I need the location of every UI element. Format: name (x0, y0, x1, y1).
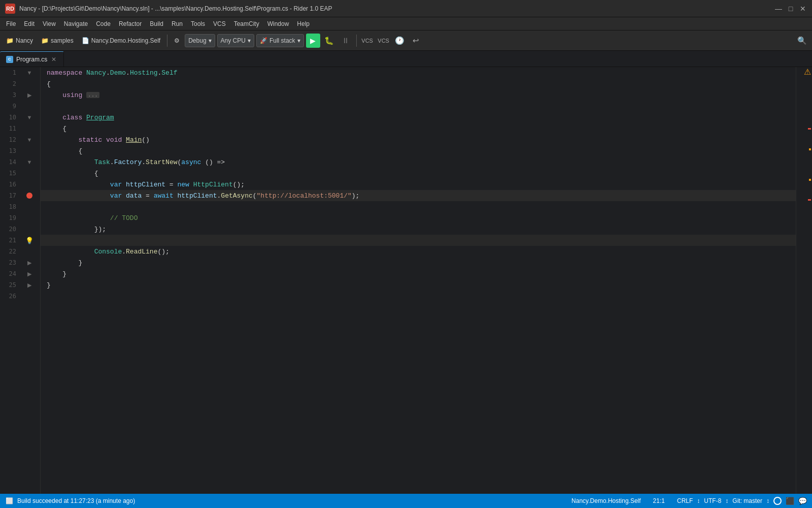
gutter-row-21: 21 💡 (0, 235, 40, 246)
gutter-icon-17[interactable] (20, 193, 39, 199)
breakpoint-dot-17[interactable] (26, 193, 32, 199)
line-num-16: 16 (0, 181, 20, 188)
file-icon: 📄 (82, 37, 89, 44)
debug-dropdown-arrow: ▾ (209, 37, 212, 44)
build-icon: ⬜ (5, 497, 13, 505)
gutter-row-23: 23 ▶ (0, 257, 40, 268)
vcs-icon-2: VCS (378, 38, 389, 44)
code-line-2: { (41, 78, 796, 89)
menu-tools[interactable]: Tools (187, 19, 209, 28)
clock-icon: 🕐 (395, 36, 404, 45)
line-num-22: 22 (0, 248, 20, 255)
line-num-24: 24 (0, 270, 20, 277)
line-num-21: 21 (0, 237, 20, 244)
menu-file[interactable]: File (2, 19, 20, 28)
debug-button[interactable]: 🐛 (322, 34, 336, 48)
gutter-icon-23[interactable]: ▶ (20, 260, 39, 266)
code-line-23: } (41, 257, 796, 268)
tab-file-icon: C (6, 56, 13, 63)
code-line-22: Console.ReadLine(); (41, 246, 796, 257)
code-line-3: using ... (41, 89, 796, 101)
gutter-icon-10[interactable]: ▼ (20, 114, 39, 120)
menu-build[interactable]: Build (146, 19, 167, 28)
vcs-button-1[interactable]: VCS (360, 34, 375, 48)
menu-window[interactable]: Window (263, 19, 293, 28)
debug-dropdown[interactable]: Debug ▾ (185, 34, 215, 47)
encoding[interactable]: UTF-8 (704, 497, 721, 504)
code-line-1: namespace Nancy.Demo.Hosting.Self (41, 67, 796, 78)
play-icon: ▶ (310, 37, 316, 45)
menu-vcs[interactable]: VCS (209, 19, 230, 28)
platform-label: Any CPU (221, 37, 246, 44)
menu-view[interactable]: View (39, 19, 60, 28)
status-chat-icon[interactable]: 💬 (798, 497, 807, 505)
nav-nancy[interactable]: 📁 Nancy (3, 34, 36, 48)
run-config-icon-btn[interactable]: ⚙ (171, 34, 183, 48)
gutter-icon-12[interactable]: ▼ (20, 137, 39, 143)
menu-code[interactable]: Code (92, 19, 115, 28)
gutter-row-26: 26 (0, 291, 40, 302)
search-button[interactable]: 🔍 (795, 34, 809, 48)
menu-refactor[interactable]: Refactor (115, 19, 146, 28)
menu-teamcity[interactable]: TeamCity (230, 19, 263, 28)
gutter-icon-1[interactable]: ▼ (20, 70, 39, 76)
line-num-18: 18 (0, 203, 20, 210)
nav-project[interactable]: 📄 Nancy.Demo.Hosting.Self (79, 34, 164, 48)
gutter-row-12: 12 ▼ (0, 134, 40, 145)
gutter-icon-25[interactable]: ▶ (20, 282, 39, 289)
close-button[interactable]: ✕ (799, 5, 807, 13)
line-ending[interactable]: CRLF (677, 497, 693, 504)
encoding-down-icon-2: ↕ (725, 497, 728, 504)
runconfig-dropdown[interactable]: 🚀 Full stack ▾ (256, 34, 304, 47)
gutter-icon-3[interactable]: ▶ (20, 92, 39, 99)
gutter-icon-14[interactable]: ▼ (20, 159, 39, 165)
code-line-20: }); (41, 224, 796, 235)
gutter-row-19: 19 (0, 212, 40, 224)
menu-help[interactable]: Help (293, 19, 314, 28)
minimize-button[interactable]: — (774, 5, 783, 13)
code-area[interactable]: namespace Nancy.Demo.Hosting.Self { usin… (41, 67, 796, 494)
gutter-row-18: 18 (0, 201, 40, 212)
debug-label: Debug (188, 37, 206, 44)
pause-button[interactable]: ⏸ (339, 34, 353, 48)
run-config-icon: ⚙ (174, 37, 180, 44)
line-num-12: 12 (0, 136, 20, 143)
project-name: Nancy.Demo.Hosting.Self (571, 497, 641, 504)
gutter-row-20: 20 (0, 224, 40, 235)
status-split-icon[interactable]: ⬛ (786, 497, 794, 505)
gutter-row-1: 1 ▼ (0, 67, 40, 78)
gutter-icon-21[interactable]: 💡 (20, 237, 39, 244)
toolbar: 📁 Nancy 📁 samples 📄 Nancy.Demo.Hosting.S… (0, 30, 812, 51)
undo-button[interactable]: ↩ (409, 34, 423, 48)
platform-dropdown[interactable]: Any CPU ▾ (217, 34, 254, 47)
nav-samples[interactable]: 📁 samples (38, 34, 77, 48)
minimap[interactable]: ⚠ (796, 67, 812, 494)
tab-close-button[interactable]: ✕ (50, 56, 57, 63)
code-line-25: } (41, 279, 796, 291)
title-bar: RD Nancy - [D:\Projects\Git\Demo\Nancy\N… (0, 0, 812, 17)
menu-bar: File Edit View Navigate Code Refactor Bu… (0, 17, 812, 30)
undo-icon: ↩ (413, 36, 419, 45)
maximize-button[interactable]: □ (787, 5, 795, 13)
vcs-info[interactable]: Git: master (732, 497, 762, 504)
line-num-23: 23 (0, 259, 20, 266)
tab-program-cs[interactable]: C Program.cs ✕ (0, 51, 64, 67)
menu-edit[interactable]: Edit (20, 19, 39, 28)
debug-icon: 🐛 (324, 36, 334, 45)
line-num-11: 11 (0, 125, 20, 132)
code-line-19: // TODO (41, 212, 796, 224)
line-num-17: 17 (0, 192, 20, 199)
light-bulb-icon[interactable]: 💡 (25, 237, 33, 244)
menu-run[interactable]: Run (167, 19, 187, 28)
play-button[interactable]: ▶ (306, 34, 320, 48)
window-title: Nancy - [D:\Projects\Git\Demo\Nancy\Nanc… (19, 5, 774, 12)
gutter-icon-24[interactable]: ▶ (20, 271, 39, 277)
gutter-row-9: 9 (0, 101, 40, 112)
runconfig-arrow: ▾ (297, 37, 300, 44)
line-num-25: 25 (0, 281, 20, 289)
clock-button[interactable]: 🕐 (393, 34, 407, 48)
vcs-button-2[interactable]: VCS (377, 34, 391, 48)
menu-navigate[interactable]: Navigate (60, 19, 92, 28)
line-num-19: 19 (0, 214, 20, 221)
gutter-row-17: 17 (0, 190, 40, 201)
